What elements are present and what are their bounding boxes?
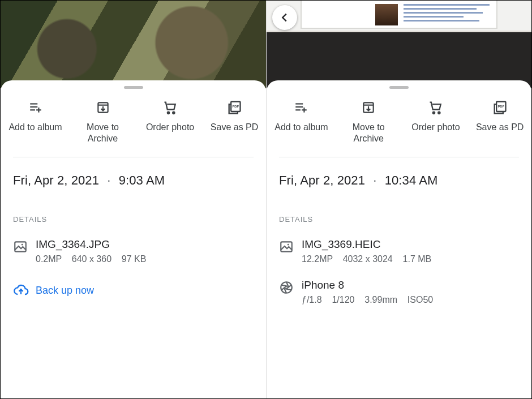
pdf-icon: PDF <box>471 99 528 116</box>
datetime-row[interactable]: Fri, Apr 2, 2021 · 10:34 AM <box>267 157 531 188</box>
datetime-row[interactable]: Fri, Apr 2, 2021 · 9:03 AM <box>1 157 266 188</box>
drag-handle[interactable] <box>124 86 143 89</box>
add-to-album-icon <box>270 99 333 116</box>
file-detail-row: IMG_3369.HEIC 12.2MP 4032 x 3024 1.7 MB <box>267 224 531 264</box>
svg-point-13 <box>22 244 23 246</box>
add-to-album-button[interactable]: Add to album <box>268 99 335 144</box>
bottom-sheet: Add to album Move to Archive <box>1 80 266 398</box>
camera-detail-body: iPhone 8 ƒ/1.8 1/120 3.99mm ISO50 <box>302 279 433 305</box>
separator-dot: · <box>102 173 115 187</box>
file-detail-body: IMG_3364.JPG 0.2MP 640 x 360 97 KB <box>36 238 146 264</box>
aperture-icon <box>279 279 302 295</box>
svg-point-8 <box>167 112 169 114</box>
save-as-pdf-button[interactable]: PDF Save as PD <box>204 99 265 144</box>
svg-point-29 <box>281 282 292 293</box>
cart-icon <box>139 99 201 116</box>
camera-shutter: 1/120 <box>324 295 354 304</box>
camera-iso: ISO50 <box>400 295 433 304</box>
save-as-pdf-label: Save as PD <box>206 122 263 133</box>
left-panel: Add to album Move to Archive <box>1 1 266 398</box>
file-size: 97 KB <box>114 254 146 264</box>
archive-icon <box>71 99 134 116</box>
pdf-icon: PDF <box>206 99 263 116</box>
image-icon <box>13 238 36 254</box>
archive-icon <box>337 99 400 116</box>
order-photo-button[interactable]: Order photo <box>402 99 470 144</box>
bottom-sheet: Add to album Move to Archive <box>267 80 531 398</box>
svg-text:PDF: PDF <box>498 105 505 108</box>
svg-point-9 <box>173 112 174 114</box>
svg-text:PDF: PDF <box>233 105 239 108</box>
svg-point-24 <box>438 112 440 114</box>
file-detail-row: IMG_3364.JPG 0.2MP 640 x 360 97 KB <box>1 224 266 264</box>
photo-preview[interactable] <box>1 1 266 88</box>
file-name: IMG_3364.JPG <box>36 238 146 251</box>
move-to-archive-label: Move to Archive <box>337 122 400 144</box>
photo-preview[interactable] <box>267 1 531 88</box>
backup-now-button[interactable]: Back up now <box>1 264 266 298</box>
action-row: Add to album Move to Archive <box>1 97 266 144</box>
photo-time: 10:34 AM <box>385 173 438 187</box>
order-photo-label: Order photo <box>405 122 467 133</box>
save-as-pdf-label: Save as PD <box>471 122 528 133</box>
order-photo-label: Order photo <box>139 122 201 133</box>
add-to-album-label: Add to album <box>270 122 333 133</box>
save-as-pdf-button[interactable]: PDF Save as PD <box>469 99 530 144</box>
cloud-upload-icon <box>13 282 36 298</box>
move-to-archive-label: Move to Archive <box>71 122 134 144</box>
back-button[interactable] <box>272 5 297 30</box>
camera-focal: 3.99mm <box>357 295 397 304</box>
backup-now-label: Back up now <box>36 285 94 297</box>
drag-handle[interactable] <box>389 86 409 89</box>
camera-aperture: ƒ/1.8 <box>302 295 322 304</box>
separator-dot: · <box>368 173 381 187</box>
file-size: 1.7 MB <box>395 254 431 264</box>
svg-rect-12 <box>15 242 26 251</box>
svg-point-28 <box>288 244 289 246</box>
file-dimensions: 4032 x 3024 <box>335 254 392 264</box>
file-megapixels: 0.2MP <box>36 254 62 264</box>
image-icon <box>279 238 302 254</box>
svg-point-23 <box>433 112 435 114</box>
comparison-container: Add to album Move to Archive <box>0 0 532 399</box>
file-dimensions: 640 x 360 <box>64 254 111 264</box>
details-heading: DETAILS <box>1 188 266 224</box>
move-to-archive-button[interactable]: Move to Archive <box>335 99 402 144</box>
right-panel: Add to album Move to Archive <box>266 1 531 398</box>
order-photo-button[interactable]: Order photo <box>136 99 204 144</box>
cart-icon <box>405 99 467 116</box>
add-to-album-icon <box>4 99 67 116</box>
svg-line-32 <box>285 289 291 290</box>
camera-detail-row: iPhone 8 ƒ/1.8 1/120 3.99mm ISO50 <box>267 264 531 305</box>
details-heading: DETAILS <box>267 188 531 224</box>
chevron-left-icon <box>278 11 291 24</box>
move-to-archive-button[interactable]: Move to Archive <box>69 99 136 144</box>
monitor-in-photo <box>301 1 497 29</box>
photo-date: Fri, Apr 2, 2021 <box>279 173 365 187</box>
svg-rect-27 <box>281 242 292 251</box>
file-megapixels: 12.2MP <box>302 254 333 264</box>
photo-time: 9:03 AM <box>119 173 165 187</box>
add-to-album-label: Add to album <box>4 122 67 133</box>
file-detail-body: IMG_3369.HEIC 12.2MP 4032 x 3024 1.7 MB <box>302 238 431 264</box>
add-to-album-button[interactable]: Add to album <box>2 99 69 144</box>
file-name: IMG_3369.HEIC <box>302 238 431 251</box>
camera-model: iPhone 8 <box>302 279 433 291</box>
action-row: Add to album Move to Archive <box>267 97 531 144</box>
photo-date: Fri, Apr 2, 2021 <box>13 173 99 187</box>
svg-line-35 <box>281 285 288 286</box>
